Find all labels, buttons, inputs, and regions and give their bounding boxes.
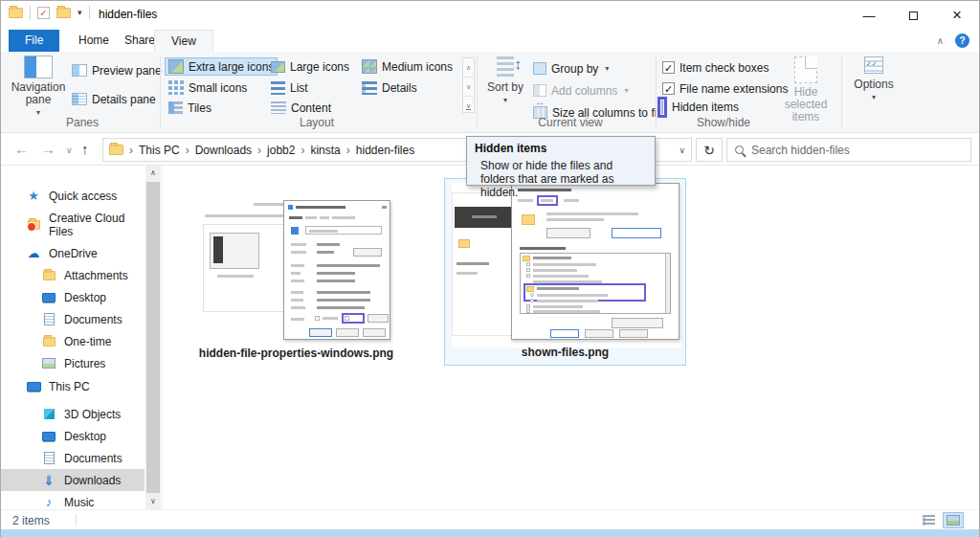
navigation-pane-button[interactable]: Navigation pane ▾ (11, 56, 66, 119)
layout-large-icons[interactable]: Large icons (271, 57, 349, 76)
minimize-button[interactable]: — (847, 1, 891, 30)
file-item-shown-files[interactable]: shown-files.png (444, 178, 686, 366)
tooltip-title: Hidden items (475, 142, 647, 155)
star-icon: ★ (26, 189, 41, 203)
app-folder-icon (9, 8, 23, 18)
ribbon-tab-row: File Home Share View ∧ ? (1, 30, 979, 52)
hide-selected-items-button[interactable]: Hide selected items (774, 56, 837, 123)
sidebar-item-3d-objects[interactable]: 3D Objects (1, 403, 145, 425)
sort-by-icon (497, 56, 514, 78)
layout-tiles[interactable]: Tiles (168, 99, 212, 117)
preview-pane-button[interactable]: Preview pane (72, 61, 162, 79)
breadcrumb-kinsta[interactable]: kinsta (310, 144, 340, 157)
search-box[interactable] (726, 138, 971, 162)
options-button[interactable]: Options ▾ (849, 56, 899, 103)
thumbnail-view-button[interactable] (943, 512, 964, 528)
details-view-icon (362, 81, 377, 95)
sidebar-item-pictures[interactable]: Pictures (1, 352, 145, 374)
file-label: hidden-file-properties-windows.png (175, 347, 417, 360)
sidebar-item-one-time[interactable]: One-time (1, 330, 145, 352)
tab-view[interactable]: View (154, 30, 213, 52)
recent-locations-icon[interactable]: ∨ (66, 145, 73, 155)
up-button[interactable]: ↑ (81, 141, 89, 157)
sort-by-button[interactable]: Sort by ▾ (485, 56, 525, 106)
quick-access-toolbar: ✓ ▾ (9, 6, 90, 19)
address-dropdown-icon[interactable]: ∨ (679, 145, 685, 155)
breadcrumb-jobb2[interactable]: jobb2 (267, 144, 295, 157)
ribbon-collapse-icon[interactable]: ∧ (937, 35, 944, 46)
tab-file[interactable]: File (9, 30, 59, 52)
hidden-items-toggle[interactable]: Hidden items (657, 98, 739, 116)
file-label: shown-files.png (445, 346, 685, 359)
options-dropdown-icon: ▾ (872, 91, 876, 103)
add-columns-button[interactable]: Add columns ▾ (533, 81, 628, 100)
content-icon (271, 101, 286, 114)
file-item-hidden-file-properties[interactable]: hidden-file-properties-windows.png (175, 178, 417, 366)
layout-details[interactable]: Details (362, 78, 417, 97)
layout-gallery-scroll[interactable]: ∧ ∨ ∨ (462, 57, 475, 113)
layout-content[interactable]: Content (271, 99, 331, 117)
checked-checkbox-icon[interactable]: ✓ (662, 61, 675, 74)
scroll-up-icon[interactable]: ∧ (145, 166, 161, 181)
sidebar-item-onedrive[interactable]: ☁OneDrive (1, 242, 145, 264)
gallery-expand-icon[interactable]: ∨ (463, 97, 474, 115)
scrollbar-thumb[interactable] (146, 182, 160, 493)
sidebar-item-quick-access[interactable]: ★Quick access (1, 185, 145, 207)
sidebar-item-downloads[interactable]: ⇓Downloads (1, 469, 145, 491)
sidebar-item-documents-onedrive[interactable]: Documents (1, 308, 145, 330)
new-folder-icon[interactable] (56, 8, 71, 18)
medium-icons-icon (362, 59, 377, 74)
small-icons-icon (168, 80, 184, 95)
tooltip-body: Show or hide the files and folders that … (475, 159, 647, 199)
scroll-down-icon[interactable]: ∨ (145, 494, 161, 509)
details-view-button[interactable] (918, 512, 939, 528)
sidebar-item-attachments[interactable]: Attachments (1, 264, 145, 286)
properties-check-icon[interactable]: ✓ (37, 7, 50, 19)
group-by-icon (533, 62, 546, 75)
refresh-button[interactable]: ↻ (696, 138, 723, 162)
main-area: ★Quick access Creative Cloud Files ☁OneD… (1, 166, 979, 509)
item-check-boxes-toggle[interactable]: ✓ Item check boxes (662, 58, 768, 77)
tiles-icon (168, 101, 183, 114)
help-icon[interactable]: ? (955, 34, 969, 48)
folder-icon (41, 271, 56, 280)
back-button[interactable]: ← (14, 141, 29, 157)
location-folder-icon (109, 145, 123, 155)
show-hide-group-label: Show/hide (671, 116, 776, 129)
gallery-scroll-down-icon[interactable]: ∨ (463, 78, 474, 97)
navigation-pane-icon (24, 56, 53, 78)
layout-small-icons[interactable]: Small icons (168, 78, 247, 97)
breadcrumb-this-pc[interactable]: This PC (139, 144, 180, 157)
close-button[interactable]: × (935, 1, 979, 30)
details-pane-button[interactable]: Details pane (72, 90, 156, 108)
sidebar-scrollbar[interactable]: ∧ ∨ (145, 166, 161, 509)
sidebar-item-creative-cloud-files[interactable]: Creative Cloud Files (1, 213, 145, 235)
sidebar-item-documents[interactable]: Documents (1, 447, 145, 469)
explorer-window: ✓ ▾ hidden-files — × File Home Share Vie… (0, 0, 980, 537)
gallery-scroll-up-icon[interactable]: ∧ (463, 58, 474, 78)
maximize-button[interactable] (891, 1, 935, 30)
layout-extra-large-icons[interactable]: Extra large icons (165, 57, 278, 76)
layout-list[interactable]: List (271, 78, 308, 97)
sidebar-item-desktop-onedrive[interactable]: Desktop (1, 286, 145, 308)
sidebar-item-this-pc[interactable]: This PC (1, 375, 145, 397)
search-input[interactable] (751, 144, 963, 157)
file-name-extensions-toggle[interactable]: ✓ File name extensions (662, 79, 788, 98)
group-by-button[interactable]: Group by ▾ (533, 59, 609, 78)
layout-medium-icons[interactable]: Medium icons (362, 57, 453, 76)
folder-icon (41, 337, 56, 347)
cube-icon (41, 409, 56, 419)
large-icons-icon (271, 61, 285, 73)
forward-button[interactable]: → (41, 141, 56, 157)
ribbon: Navigation pane ▾ Preview pane Details p… (1, 52, 979, 133)
checked-checkbox-icon[interactable]: ✓ (662, 82, 675, 95)
qat-dropdown-icon[interactable]: ▾ (78, 8, 82, 17)
music-note-icon: ♪ (41, 495, 56, 509)
hidden-items-annotation-box (657, 97, 667, 118)
sidebar-item-desktop[interactable]: Desktop (1, 425, 145, 447)
breadcrumb-downloads[interactable]: Downloads (195, 144, 252, 157)
panes-group-label: Panes (30, 116, 135, 129)
breadcrumb-hidden-files[interactable]: hidden-files (356, 144, 414, 157)
monitor-icon (41, 293, 56, 302)
unchecked-checkbox-icon[interactable] (661, 101, 663, 114)
